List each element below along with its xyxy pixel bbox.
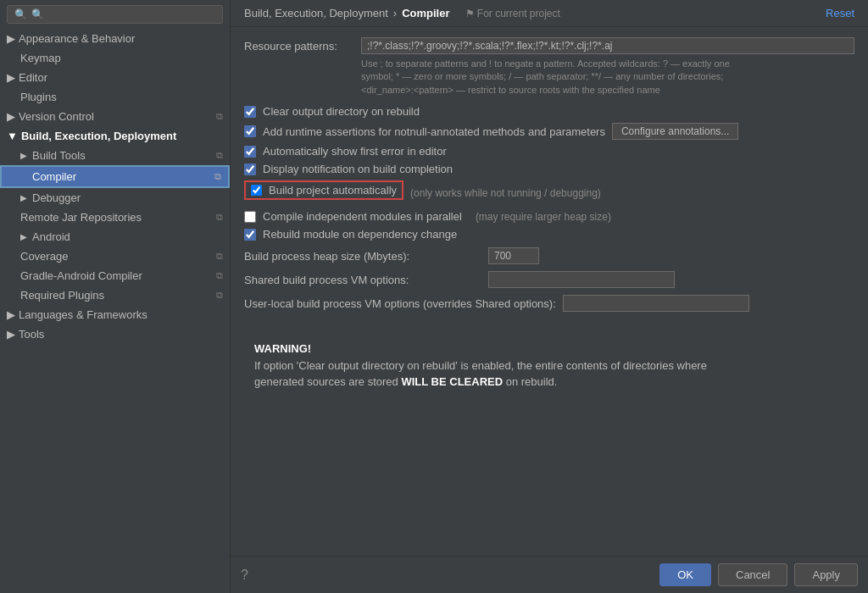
search-box[interactable]: 🔍 <box>7 5 223 24</box>
heap-size-row: Build process heap size (Mbytes): <box>244 247 854 264</box>
configure-annotations-button[interactable]: Configure annotations... <box>612 123 738 140</box>
build-auto-label[interactable]: Build project automatically <box>269 184 397 197</box>
copy-icon: ⧉ <box>216 111 223 122</box>
sidebar-item-label: Tools <box>19 328 44 341</box>
display-notification-label[interactable]: Display notification on build completion <box>263 163 453 175</box>
sidebar-item-compiler[interactable]: Compiler ⧉ <box>0 165 230 188</box>
compile-parallel-checkbox[interactable] <box>244 211 256 223</box>
sidebar-item-version-control[interactable]: ▶ Version Control ⧉ <box>0 107 230 126</box>
heap-size-input[interactable] <box>488 247 539 264</box>
sidebar-item-debugger[interactable]: ▶ Debugger <box>0 188 230 208</box>
sidebar-item-remote-jar[interactable]: Remote Jar Repositories ⧉ <box>0 208 230 227</box>
resource-patterns-hint: Use ; to separate patterns and ! to nega… <box>361 58 854 97</box>
resource-patterns-input[interactable] <box>361 37 854 54</box>
warning-body: If option 'Clear output directory on reb… <box>254 357 844 391</box>
breadcrumb-parent: Build, Execution, Deployment <box>244 7 388 19</box>
add-runtime-checkbox[interactable] <box>244 125 256 137</box>
content-header: Build, Execution, Deployment › Compiler … <box>231 0 868 27</box>
sidebar-item-required-plugins[interactable]: Required Plugins ⧉ <box>0 285 230 305</box>
arrow-icon: ▶ <box>20 232 27 241</box>
copy-icon: ⧉ <box>216 212 223 223</box>
checkbox-rebuild-module: Rebuild module on dependency change <box>244 228 854 241</box>
sidebar-item-appearance[interactable]: ▶ Appearance & Behavior <box>0 29 230 48</box>
sidebar-item-keymap[interactable]: Keymap <box>0 48 230 68</box>
sidebar-item-label: Plugins <box>20 91 57 103</box>
sidebar-item-label: Android <box>32 230 70 243</box>
user-vm-row: User-local build process VM options (ove… <box>244 295 854 312</box>
sidebar-item-build-tools[interactable]: ▶ Build Tools ⧉ <box>0 146 230 165</box>
user-vm-input[interactable] <box>563 295 749 312</box>
sidebar-item-plugins[interactable]: Plugins <box>0 87 230 107</box>
reset-button[interactable]: Reset <box>826 7 854 19</box>
sidebar-item-label: Appearance & Behavior <box>19 32 135 45</box>
checkbox-compile-parallel: Compile independent modules in parallel … <box>244 210 854 223</box>
clear-output-label[interactable]: Clear output directory on rebuild <box>263 105 420 118</box>
sidebar-item-coverage[interactable]: Coverage ⧉ <box>0 247 230 266</box>
checkbox-build-auto-highlighted: Build project automatically <box>244 180 403 200</box>
checkbox-display-notification: Display notification on build completion <box>244 163 854 175</box>
sidebar-item-label: Build, Execution, Deployment <box>21 130 176 142</box>
ok-button[interactable]: OK <box>659 563 711 586</box>
warning-body2: generated sources are stored WILL BE CLE… <box>254 375 557 388</box>
user-vm-label: User-local build process VM options (ove… <box>244 297 556 310</box>
search-icon: 🔍 <box>14 8 27 20</box>
arrow-icon: ▶ <box>7 71 15 84</box>
rebuild-module-label[interactable]: Rebuild module on dependency change <box>263 228 457 241</box>
shared-vm-label: Shared build process VM options: <box>244 274 481 286</box>
sidebar-item-label: Required Plugins <box>20 289 104 302</box>
checkbox-auto-show-error: Automatically show first error in editor <box>244 145 854 158</box>
auto-show-error-checkbox[interactable] <box>244 146 256 158</box>
breadcrumb-current: Compiler <box>402 7 449 19</box>
sidebar-item-label: Remote Jar Repositories <box>20 211 142 224</box>
compile-parallel-note: (may require larger heap size) <box>476 211 611 223</box>
sidebar-item-label: Gradle-Android Compiler <box>20 269 142 282</box>
auto-show-error-label[interactable]: Automatically show first error in editor <box>263 145 447 158</box>
arrow-icon: ▶ <box>7 110 15 123</box>
checkbox-clear-output: Clear output directory on rebuild <box>244 105 854 118</box>
copy-icon: ⧉ <box>214 171 221 182</box>
build-auto-checkbox[interactable] <box>251 185 262 196</box>
breadcrumb-separator: › <box>393 7 397 19</box>
arrow-icon: ▶ <box>20 151 27 160</box>
copy-icon: ⧉ <box>216 270 223 281</box>
shared-vm-input[interactable] <box>488 271 675 288</box>
search-input[interactable] <box>31 8 215 20</box>
compile-parallel-label[interactable]: Compile independent modules in parallel <box>263 210 462 223</box>
warning-title: WARNING! <box>254 341 844 357</box>
display-notification-checkbox[interactable] <box>244 163 256 175</box>
warning-box: WARNING! If option 'Clear output directo… <box>244 332 854 399</box>
content-body: Resource patterns: Use ; to separate pat… <box>231 27 868 556</box>
resource-patterns-label: Resource patterns: <box>244 40 354 53</box>
add-runtime-label[interactable]: Add runtime assertions for notnull-annot… <box>263 125 605 138</box>
build-auto-note: (only works while not running / debuggin… <box>410 187 601 199</box>
shared-vm-row: Shared build process VM options: <box>244 271 854 288</box>
sidebar-item-label: Coverage <box>20 250 68 263</box>
content-panel: Build, Execution, Deployment › Compiler … <box>231 0 868 593</box>
sidebar-item-android[interactable]: ▶ Android <box>0 227 230 247</box>
sidebar-item-label: Editor <box>19 71 47 84</box>
heap-size-label: Build process heap size (Mbytes): <box>244 250 481 263</box>
sidebar-item-editor[interactable]: ▶ Editor <box>0 68 230 87</box>
copy-icon: ⧉ <box>216 150 223 161</box>
help-icon[interactable]: ? <box>241 568 248 583</box>
cancel-button[interactable]: Cancel <box>718 563 787 586</box>
sidebar-item-gradle-android[interactable]: Gradle-Android Compiler ⧉ <box>0 266 230 285</box>
apply-button[interactable]: Apply <box>794 563 858 586</box>
arrow-icon: ▶ <box>7 328 15 341</box>
copy-icon: ⧉ <box>216 251 223 262</box>
sidebar-item-label: Build Tools <box>32 149 86 162</box>
sidebar-item-label: Languages & Frameworks <box>19 308 147 321</box>
footer: ? OK Cancel Apply <box>231 556 868 593</box>
sidebar-item-tools[interactable]: ▶ Tools <box>0 324 230 344</box>
arrow-icon: ▶ <box>7 32 15 45</box>
resource-patterns-row: Resource patterns: <box>244 37 854 54</box>
rebuild-module-checkbox[interactable] <box>244 229 256 241</box>
sidebar-item-label: Compiler <box>32 170 76 183</box>
sidebar-item-label: Debugger <box>32 191 81 204</box>
sidebar-item-build-execution[interactable]: ▼ Build, Execution, Deployment <box>0 126 230 146</box>
sidebar-item-label: Version Control <box>19 110 94 123</box>
clear-output-checkbox[interactable] <box>244 106 256 118</box>
sidebar: 🔍 ▶ Appearance & Behavior Keymap ▶ Edito… <box>0 0 231 593</box>
sidebar-item-languages[interactable]: ▶ Languages & Frameworks <box>0 305 230 324</box>
breadcrumb: Build, Execution, Deployment › Compiler … <box>244 7 560 19</box>
